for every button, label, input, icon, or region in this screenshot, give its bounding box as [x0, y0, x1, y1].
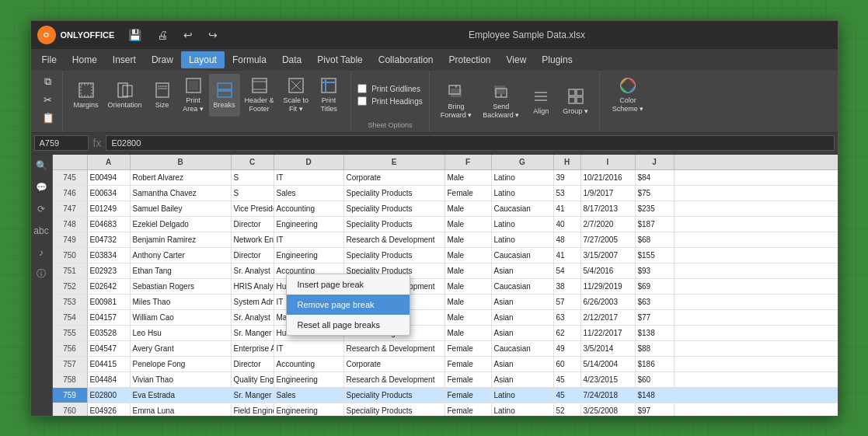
- cell-a[interactable]: E04484: [88, 372, 131, 387]
- menu-home[interactable]: Home: [64, 51, 105, 68]
- cell-f[interactable]: Female: [445, 403, 492, 416]
- cell-g[interactable]: Asian: [492, 295, 554, 309]
- cell-j[interactable]: $148: [636, 388, 675, 403]
- cell-h[interactable]: 52: [554, 403, 581, 416]
- audio-sidebar-icon[interactable]: ♪: [33, 245, 49, 260]
- cell-g[interactable]: Latino: [492, 388, 554, 403]
- formula-input[interactable]: [106, 135, 834, 151]
- cell-h[interactable]: 48: [554, 232, 581, 247]
- cell-e[interactable]: Speciality Products: [344, 388, 445, 403]
- col-header-a[interactable]: A: [88, 155, 131, 169]
- table-row[interactable]: 760E04926Emma LunaField EngineerEngineer…: [53, 403, 838, 416]
- scale-fit-button[interactable]: Scale toFit ▾: [279, 74, 314, 117]
- table-row[interactable]: 751E02923Ethan TangSr. AnalystAccounting…: [53, 263, 838, 279]
- col-header-b[interactable]: B: [131, 155, 232, 169]
- menu-insert[interactable]: Insert: [105, 51, 144, 68]
- spell-sidebar-icon[interactable]: abc: [33, 223, 49, 239]
- cell-c[interactable]: Sr. Manger: [232, 326, 274, 340]
- cell-h[interactable]: 60: [554, 357, 581, 371]
- cell-e[interactable]: Research & Development: [344, 341, 445, 356]
- cell-c[interactable]: Network Engineer: [232, 232, 274, 247]
- cell-j[interactable]: $187: [636, 217, 675, 232]
- color-scheme-button[interactable]: ColorScheme ▾: [606, 74, 650, 117]
- menu-layout[interactable]: Layout: [181, 51, 225, 68]
- table-row[interactable]: 745E00494Robert AlvarezSITCorporateMaleL…: [53, 170, 838, 186]
- print-area-button[interactable]: PrintArea ▾: [178, 74, 209, 117]
- cell-j[interactable]: $77: [636, 310, 675, 325]
- cell-j[interactable]: $186: [636, 357, 675, 371]
- cell-j[interactable]: $75: [636, 186, 675, 201]
- cell-f[interactable]: Female: [445, 341, 492, 356]
- cell-a[interactable]: E04157: [88, 310, 131, 325]
- cell-j[interactable]: $235: [636, 201, 675, 216]
- cut-button[interactable]: ✂: [39, 92, 57, 107]
- cell-f[interactable]: Male: [445, 310, 492, 325]
- col-header-j[interactable]: J: [636, 155, 675, 169]
- cell-c[interactable]: System Administrator: [232, 295, 274, 309]
- cell-g[interactable]: Latino: [492, 186, 554, 201]
- menu-pivot-table[interactable]: Pivot Table: [309, 51, 370, 68]
- search-sidebar-icon[interactable]: 🔍: [33, 158, 49, 173]
- cell-a[interactable]: E00634: [88, 186, 131, 201]
- cell-b[interactable]: Benjamin Ramirez: [131, 232, 232, 247]
- bring-forward-button[interactable]: BringForward ▾: [436, 80, 477, 123]
- table-row[interactable]: 756E04547Avery GrantEnterprise Architect…: [53, 341, 838, 357]
- remove-page-break-item[interactable]: Remove page break: [287, 295, 410, 315]
- cell-i[interactable]: 10/21/2016: [581, 170, 636, 185]
- cell-h[interactable]: 45: [554, 372, 581, 387]
- cell-i[interactable]: 3/15/2007: [581, 248, 636, 263]
- cell-b[interactable]: Penelope Fong: [131, 357, 232, 371]
- cell-e[interactable]: Speciality Products: [344, 248, 445, 263]
- print-headings-input[interactable]: [357, 96, 367, 106]
- cell-g[interactable]: Asian: [492, 263, 554, 278]
- cell-d[interactable]: IT: [274, 341, 344, 356]
- cell-d[interactable]: IT: [274, 232, 344, 247]
- cell-i[interactable]: 1/9/2017: [581, 186, 636, 201]
- cell-a[interactable]: E02923: [88, 263, 131, 278]
- cell-f[interactable]: Male: [445, 326, 492, 340]
- breaks-button[interactable]: Breaks: [209, 74, 240, 117]
- cell-g[interactable]: Caucasian: [492, 341, 554, 356]
- cell-h[interactable]: 45: [554, 388, 581, 403]
- col-header-f[interactable]: F: [445, 155, 492, 169]
- cell-b[interactable]: Ezekiel Delgado: [131, 217, 232, 232]
- margins-button[interactable]: Margins: [69, 74, 103, 117]
- reset-page-breaks-item[interactable]: Reset all page breaks: [287, 315, 410, 335]
- cell-a[interactable]: E01249: [88, 201, 131, 216]
- cell-a[interactable]: E03834: [88, 248, 131, 263]
- table-row[interactable]: 755E03528Leo HsuSr. MangerHuman Resource…: [53, 326, 838, 341]
- cell-b[interactable]: Samantha Chavez: [131, 186, 232, 201]
- cell-h[interactable]: 54: [554, 263, 581, 278]
- cell-b[interactable]: Anthony Carter: [131, 248, 232, 263]
- table-row[interactable]: 747E01249Samuel BaileyVice PresidentAcco…: [53, 201, 838, 217]
- cell-g[interactable]: Latino: [492, 232, 554, 247]
- table-row[interactable]: 757E04415Penelope FongDirectorAccounting…: [53, 357, 838, 372]
- cell-g[interactable]: Caucasian: [492, 201, 554, 216]
- menu-plugins[interactable]: Plugins: [534, 51, 580, 68]
- print-titles-button[interactable]: PrintTitles: [313, 74, 344, 117]
- menu-draw[interactable]: Draw: [144, 51, 181, 68]
- cell-f[interactable]: Male: [445, 279, 492, 294]
- cell-c[interactable]: Quality Engineer: [232, 372, 274, 387]
- save-button[interactable]: 💾: [124, 27, 146, 43]
- cell-j[interactable]: $84: [636, 170, 675, 185]
- cell-h[interactable]: 41: [554, 201, 581, 216]
- cell-a[interactable]: E00494: [88, 170, 131, 185]
- info-sidebar-icon[interactable]: ⓘ: [33, 267, 49, 282]
- cell-e[interactable]: Corporate: [344, 170, 445, 185]
- cell-j[interactable]: $68: [636, 232, 675, 247]
- cell-h[interactable]: 40: [554, 217, 581, 232]
- cell-d[interactable]: Sales: [274, 388, 344, 403]
- cell-f[interactable]: Male: [445, 201, 492, 216]
- table-row[interactable]: 752E02642Sebastian RogersHRIS AnalystHum…: [53, 279, 838, 295]
- cell-e[interactable]: Speciality Products: [344, 186, 445, 201]
- cell-i[interactable]: 11/22/2017: [581, 326, 636, 340]
- cell-i[interactable]: 4/23/2015: [581, 372, 636, 387]
- cell-j[interactable]: $63: [636, 295, 675, 309]
- cell-h[interactable]: 38: [554, 279, 581, 294]
- table-row[interactable]: 753E00981Miles ThaoSystem AdministratorI…: [53, 295, 838, 310]
- cell-e[interactable]: Research & Development: [344, 372, 445, 387]
- cell-h[interactable]: 53: [554, 186, 581, 201]
- cell-b[interactable]: Vivian Thao: [131, 372, 232, 387]
- cell-h[interactable]: 49: [554, 341, 581, 356]
